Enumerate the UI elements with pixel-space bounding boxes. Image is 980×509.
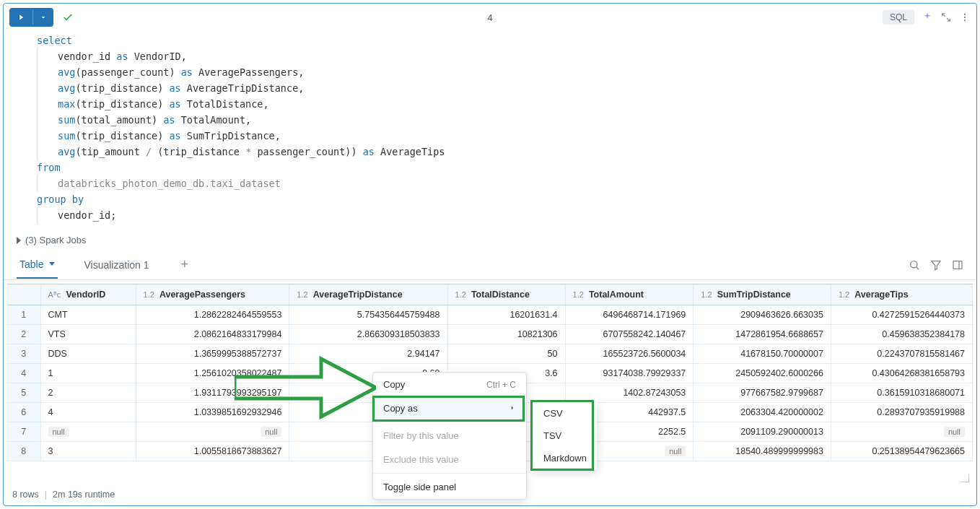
side-panel-icon[interactable]: [952, 259, 963, 271]
table-cell[interactable]: 0.2893707935919988: [831, 403, 972, 422]
table-cell[interactable]: 1.9311793993295197: [136, 383, 289, 403]
code-line: max(trip_distance) as TotalDistance,: [37, 96, 976, 112]
tab-visualization[interactable]: Visualization 1: [81, 252, 152, 278]
table-cell[interactable]: 2: [40, 383, 136, 403]
table-cell[interactable]: 977667582.9799687: [694, 383, 831, 403]
table-cell[interactable]: 10821306: [447, 325, 565, 344]
column-type-icon: 1.2: [573, 290, 586, 299]
table-cell[interactable]: CMT: [40, 305, 136, 325]
column-header[interactable]: 1.2 AveragePassengers: [136, 284, 289, 305]
table-cell[interactable]: 2.94147: [289, 344, 447, 364]
table-cell[interactable]: 18540.489999999983: [694, 442, 831, 461]
run-dropdown[interactable]: [32, 10, 53, 25]
code-line: avg(trip_distance) as AverageTripDistanc…: [37, 80, 976, 96]
table-cell[interactable]: 2450592402.6000266: [694, 364, 831, 383]
row-number: 5: [7, 383, 40, 403]
table-cell[interactable]: 4: [40, 403, 136, 422]
spark-jobs-toggle[interactable]: (3) Spark Jobs: [4, 230, 976, 250]
column-header[interactable]: Aᴮc VendorID: [40, 284, 136, 305]
runtime: 2m 19s runtime: [53, 490, 115, 500]
sparkle-icon[interactable]: [922, 12, 933, 23]
run-main[interactable]: [9, 10, 32, 25]
table-cell[interactable]: 1402.87243053: [565, 383, 694, 403]
table-cell[interactable]: 2909463626.663035: [694, 305, 831, 325]
code-line: group by: [37, 191, 976, 207]
add-tab-button[interactable]: +: [175, 254, 195, 275]
table-cell[interactable]: 50: [447, 344, 565, 364]
menu-filter: Filter by this value: [373, 424, 526, 448]
submenu-markdown[interactable]: Markdown: [533, 447, 597, 469]
table-cell[interactable]: 1.3659995388572737: [136, 344, 289, 364]
table-cell[interactable]: null: [40, 422, 136, 442]
table-cell[interactable]: 1.0339851692932946: [136, 403, 289, 422]
cell-toolbar: 4 SQL: [4, 4, 976, 31]
table-cell[interactable]: 93174038.79929337: [565, 364, 694, 383]
table-cell[interactable]: 0.3615910318680071: [831, 383, 972, 403]
table-cell[interactable]: 1472861954.6688657: [694, 325, 831, 344]
table-cell[interactable]: 16201631.4: [447, 305, 565, 325]
run-button[interactable]: [9, 8, 53, 27]
menu-divider: [373, 473, 526, 474]
table-cell[interactable]: 1.0055818673883627: [136, 442, 289, 461]
notebook-cell: 4 SQL selectvendor_id as VendorID,avg(pa…: [3, 3, 977, 506]
table-cell[interactable]: 2.866309318503833: [289, 325, 447, 344]
table-cell[interactable]: DDS: [40, 344, 136, 364]
menu-copy[interactable]: Copy Ctrl + C: [373, 373, 526, 396]
table-cell[interactable]: VTS: [40, 325, 136, 344]
menu-exclude: Exclude this value: [373, 448, 526, 471]
menu-toggle-panel[interactable]: Toggle side panel: [373, 475, 526, 499]
search-icon[interactable]: [909, 259, 920, 271]
table-cell[interactable]: 1.2862282464559553: [136, 305, 289, 325]
table-cell[interactable]: 0.42725915264440373: [831, 305, 972, 325]
column-header[interactable]: 1.2 AverageTripDistance: [289, 284, 447, 305]
table-cell[interactable]: 1: [40, 364, 136, 383]
table-cell[interactable]: 6496468714.171969: [565, 305, 694, 325]
submenu-tsv[interactable]: TSV: [533, 425, 597, 447]
code-line: from: [37, 160, 976, 175]
submenu-csv[interactable]: CSV: [533, 402, 597, 425]
svg-rect-6: [953, 261, 962, 269]
row-count: 8 rows: [12, 490, 39, 500]
table-cell[interactable]: 2091109.290000013: [694, 422, 831, 442]
table-cell[interactable]: 0.2243707815581467: [831, 344, 972, 364]
table-row[interactable]: 1CMT1.28622824645595535.7543564457594881…: [7, 305, 973, 325]
table-cell[interactable]: 0.25138954479623665: [831, 442, 972, 461]
table-cell[interactable]: 0.43064268381658793: [831, 364, 972, 383]
svg-point-2: [964, 19, 966, 21]
table-cell[interactable]: null: [831, 422, 972, 442]
table-cell[interactable]: 165523726.5600034: [565, 344, 694, 364]
column-header[interactable]: 1.2 TotalAmount: [565, 284, 694, 305]
copy-as-submenu: CSV TSV Markdown: [533, 402, 597, 469]
table-cell[interactable]: 2.0862164833179984: [136, 325, 289, 344]
table-cell[interactable]: 6707558242.140467: [565, 325, 694, 344]
table-row[interactable]: 2VTS2.08621648331799842.8663093185038331…: [7, 325, 973, 344]
row-number: 1: [7, 305, 40, 325]
menu-exclude-label: Exclude this value: [383, 454, 459, 465]
column-label: AveragePassengers: [159, 290, 245, 300]
null-badge: null: [665, 446, 686, 456]
more-icon[interactable]: [959, 12, 971, 23]
menu-copy-as[interactable]: Copy as: [373, 396, 526, 420]
column-header[interactable]: 1.2 TotalDistance: [447, 284, 565, 305]
table-cell[interactable]: 2063304.420000002: [694, 403, 831, 422]
cell-right-tools: SQL: [883, 10, 971, 25]
expand-icon[interactable]: [940, 12, 952, 23]
table-cell[interactable]: 0.459638352384178: [831, 325, 972, 344]
language-badge[interactable]: SQL: [883, 10, 914, 25]
table-row[interactable]: 3DDS1.36599953885727372.9414750165523726…: [7, 344, 973, 364]
column-header[interactable]: 1.2 SumTripDistance: [694, 284, 831, 305]
table-cell[interactable]: 1.2561020358022487: [136, 364, 289, 383]
row-number: 4: [7, 364, 40, 383]
code-line: vendor_id as VendorID,: [37, 48, 976, 64]
column-header[interactable]: 1.2 AverageTips: [831, 284, 972, 305]
sql-editor[interactable]: selectvendor_id as VendorID,avg(passenge…: [4, 31, 976, 230]
filter-icon[interactable]: [930, 259, 942, 271]
table-cell[interactable]: null: [136, 422, 289, 442]
table-cell[interactable]: 41678150.70000007: [694, 344, 831, 364]
code-line: vendor_id;: [37, 207, 976, 223]
table-cell[interactable]: 3: [40, 442, 136, 461]
resize-handle[interactable]: [961, 474, 969, 482]
row-number: 6: [7, 403, 40, 422]
tab-table[interactable]: Table: [17, 251, 58, 279]
table-cell[interactable]: 5.754356445759488: [289, 305, 447, 325]
